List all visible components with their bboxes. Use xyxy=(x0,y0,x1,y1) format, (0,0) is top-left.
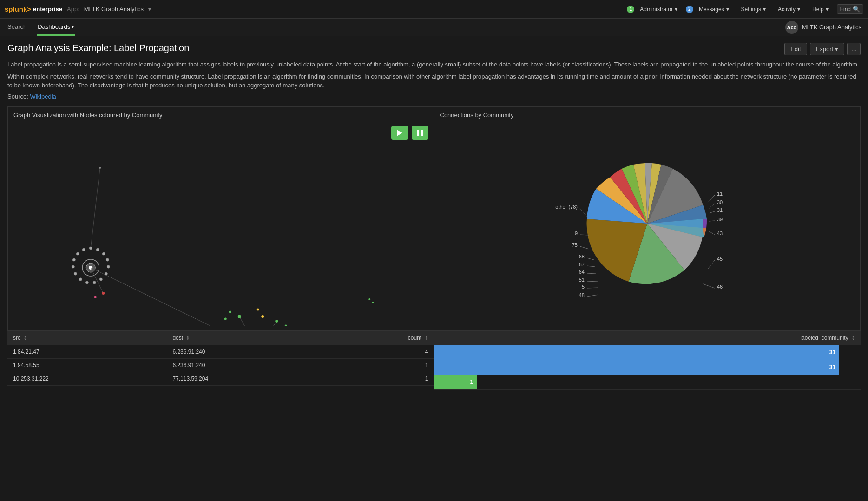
pie-label-11: 11 xyxy=(717,191,723,197)
table-left: src ⇕ dest ⇕ count ⇕ 1. xyxy=(7,331,434,390)
app-dropdown-icon[interactable]: ▾ xyxy=(148,6,151,13)
svg-point-74 xyxy=(261,315,264,318)
cell-count: 1 xyxy=(327,372,434,385)
pie-label-68: 68 xyxy=(579,254,585,259)
admin-nav-item[interactable]: 1 Administrator ▾ xyxy=(627,4,681,14)
cell-dest: 6.236.91.240 xyxy=(167,345,326,358)
svg-rect-2 xyxy=(421,130,423,136)
svg-line-82 xyxy=(587,258,594,260)
community-bars: 31 31 1 xyxy=(434,345,861,390)
graph-panel-title: Graph Visualization with Nodes coloured … xyxy=(8,107,434,121)
community-bar: 31 xyxy=(434,345,840,360)
svg-point-37 xyxy=(238,315,241,318)
pie-label-48: 48 xyxy=(579,292,585,298)
messages-nav-item[interactable]: 2 Messages ▾ xyxy=(686,4,733,14)
svg-point-5 xyxy=(96,248,99,251)
col-src[interactable]: src ⇕ xyxy=(7,331,167,345)
admin-badge: 1 xyxy=(627,6,634,13)
pie-label-46: 46 xyxy=(717,284,723,290)
activity-button[interactable]: Activity ▾ xyxy=(774,4,804,14)
svg-point-38 xyxy=(229,310,231,313)
col-dest[interactable]: dest ⇕ xyxy=(167,331,326,345)
svg-line-90 xyxy=(709,211,715,213)
pie-label-31: 31 xyxy=(717,207,723,213)
edit-button[interactable]: Edit xyxy=(784,43,807,55)
export-button[interactable]: Export ▾ xyxy=(810,43,845,55)
second-nav: Search Dashboards ▾ Acc MLTK Graph Analy… xyxy=(0,19,868,36)
tab-search[interactable]: Search xyxy=(7,19,27,36)
pie-label-64: 64 xyxy=(579,269,585,275)
svg-point-17 xyxy=(76,252,79,255)
community-table: labeled_community ⇕ xyxy=(434,331,861,345)
panels-row: Graph Visualization with Nodes coloured … xyxy=(7,106,861,330)
svg-line-81 xyxy=(580,246,589,249)
svg-point-39 xyxy=(224,317,227,320)
pie-label-39: 39 xyxy=(717,217,723,222)
svg-rect-3 xyxy=(53,121,388,326)
page-header: Graph Analysis Example: Label Propagatio… xyxy=(7,43,861,55)
svg-point-25 xyxy=(94,296,97,298)
pie-label-43: 43 xyxy=(717,231,723,236)
svg-point-78 xyxy=(99,167,101,169)
graph-panel: Graph Visualization with Nodes coloured … xyxy=(8,107,434,330)
col-community[interactable]: labeled_community ⇕ xyxy=(434,331,861,345)
table-row: 1.84.21.47 6.236.91.240 4 xyxy=(7,345,434,358)
dashboards-dropdown-icon[interactable]: ▾ xyxy=(72,24,74,30)
tab-dashboards[interactable]: Dashboards ▾ xyxy=(37,19,75,36)
svg-point-6 xyxy=(102,252,105,255)
pie-label-9: 9 xyxy=(575,231,578,236)
svg-line-85 xyxy=(587,281,598,282)
cell-dest: 77.113.59.204 xyxy=(167,372,326,385)
svg-rect-1 xyxy=(417,130,419,136)
svg-point-18 xyxy=(82,248,85,251)
svg-point-16 xyxy=(72,258,75,261)
admin-button[interactable]: Administrator ▾ xyxy=(636,4,681,14)
svg-marker-0 xyxy=(397,130,402,136)
top-nav: splunk> enterprise App: MLTK Graph Analy… xyxy=(0,0,868,19)
svg-line-88 xyxy=(708,195,715,203)
svg-point-14 xyxy=(74,272,77,275)
pie-label-other: other (78) xyxy=(555,204,578,210)
community-bar: 31 xyxy=(434,360,840,375)
community-bar-row: 1 xyxy=(434,375,861,390)
cell-src: 10.253.31.222 xyxy=(7,372,167,385)
svg-line-92 xyxy=(708,231,715,235)
app-name-nav[interactable]: MLTK Graph Analytics xyxy=(84,6,144,13)
pie-label-5: 5 xyxy=(582,284,585,290)
second-nav-right: Acc MLTK Graph Analytics xyxy=(785,21,861,34)
play-controls xyxy=(391,126,428,140)
svg-line-83 xyxy=(587,266,595,267)
pause-button[interactable] xyxy=(412,126,428,140)
cell-dest: 6.236.91.240 xyxy=(167,358,326,372)
wikipedia-link[interactable]: Wikipedia xyxy=(30,93,56,100)
cell-count: 4 xyxy=(327,345,434,358)
graph-svg xyxy=(8,121,434,326)
svg-point-13 xyxy=(79,278,82,281)
description-2: Within complex networks, real networks t… xyxy=(7,72,861,90)
svg-point-62 xyxy=(368,298,370,300)
cell-src: 1.94.58.55 xyxy=(7,358,167,372)
community-bar: 1 xyxy=(434,375,477,389)
table-section: src ⇕ dest ⇕ count ⇕ 1. xyxy=(7,330,861,390)
settings-button[interactable]: Settings ▾ xyxy=(737,4,769,14)
more-button[interactable]: ... xyxy=(847,43,861,55)
sort-icon-src: ⇕ xyxy=(23,336,27,341)
cell-src: 1.84.21.47 xyxy=(7,345,167,358)
col-count[interactable]: count ⇕ xyxy=(327,331,434,345)
find-box: Find 🔍 xyxy=(837,4,863,14)
svg-point-8 xyxy=(107,265,110,268)
svg-point-40 xyxy=(275,320,278,323)
svg-point-12 xyxy=(85,281,88,284)
sort-icon-community: ⇕ xyxy=(851,336,855,341)
play-button[interactable] xyxy=(391,126,408,140)
svg-point-11 xyxy=(93,281,96,284)
pie-label-51: 51 xyxy=(579,277,585,283)
page-title: Graph Analysis Example: Label Propagatio… xyxy=(7,43,189,53)
svg-point-10 xyxy=(99,278,102,281)
help-button[interactable]: Help ▾ xyxy=(809,4,832,14)
cell-count: 1 xyxy=(327,358,434,372)
pie-label-67: 67 xyxy=(579,262,585,267)
find-label: Find xyxy=(840,6,851,13)
messages-button[interactable]: Messages ▾ xyxy=(695,4,733,14)
export-dropdown-icon: ▾ xyxy=(835,46,838,53)
